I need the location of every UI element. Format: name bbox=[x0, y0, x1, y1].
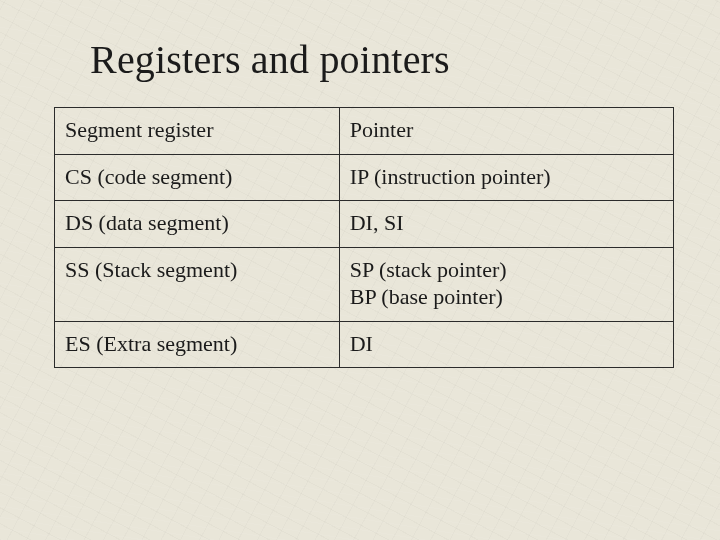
cell-pointer: DI bbox=[339, 321, 673, 368]
cell-segment: CS (code segment) bbox=[55, 154, 340, 201]
table-row: DS (data segment) DI, SI bbox=[55, 201, 674, 248]
table-row: CS (code segment) IP (instruction pointe… bbox=[55, 154, 674, 201]
slide-title: Registers and pointers bbox=[90, 36, 670, 83]
cell-pointer: DI, SI bbox=[339, 201, 673, 248]
table-row: Segment register Pointer bbox=[55, 108, 674, 155]
table-row: ES (Extra segment) DI bbox=[55, 321, 674, 368]
cell-pointer: SP (stack pointer) BP (base pointer) bbox=[339, 247, 673, 321]
header-cell-pointer: Pointer bbox=[339, 108, 673, 155]
slide: Registers and pointers Segment register … bbox=[0, 0, 720, 540]
cell-pointer: IP (instruction pointer) bbox=[339, 154, 673, 201]
header-cell-segment: Segment register bbox=[55, 108, 340, 155]
registers-table: Segment register Pointer CS (code segmen… bbox=[54, 107, 674, 368]
cell-segment: ES (Extra segment) bbox=[55, 321, 340, 368]
cell-segment: SS (Stack segment) bbox=[55, 247, 340, 321]
table-row: SS (Stack segment) SP (stack pointer) BP… bbox=[55, 247, 674, 321]
cell-segment: DS (data segment) bbox=[55, 201, 340, 248]
